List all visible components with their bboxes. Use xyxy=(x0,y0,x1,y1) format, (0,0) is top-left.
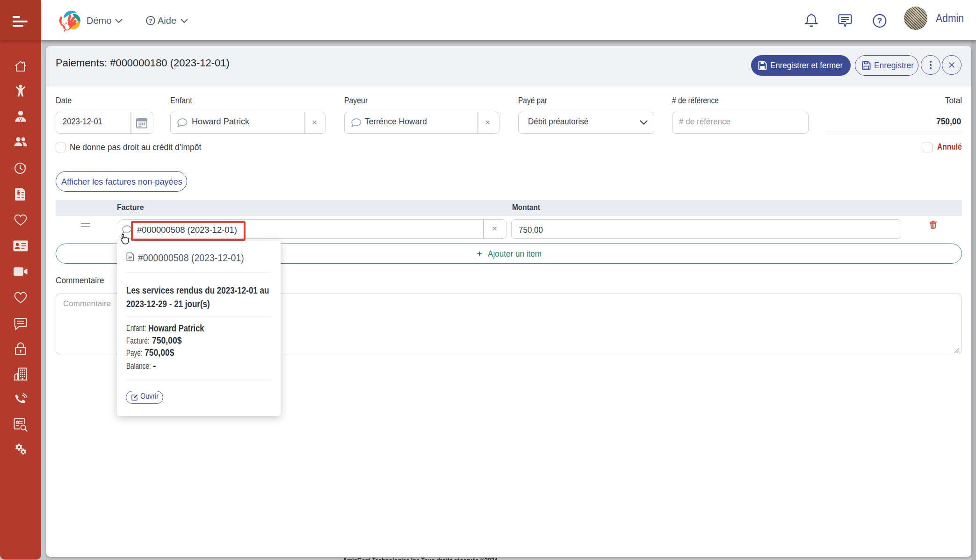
svg-text:$: $ xyxy=(17,190,20,195)
svg-text:?: ? xyxy=(877,16,882,25)
svg-text:?: ? xyxy=(149,18,152,24)
